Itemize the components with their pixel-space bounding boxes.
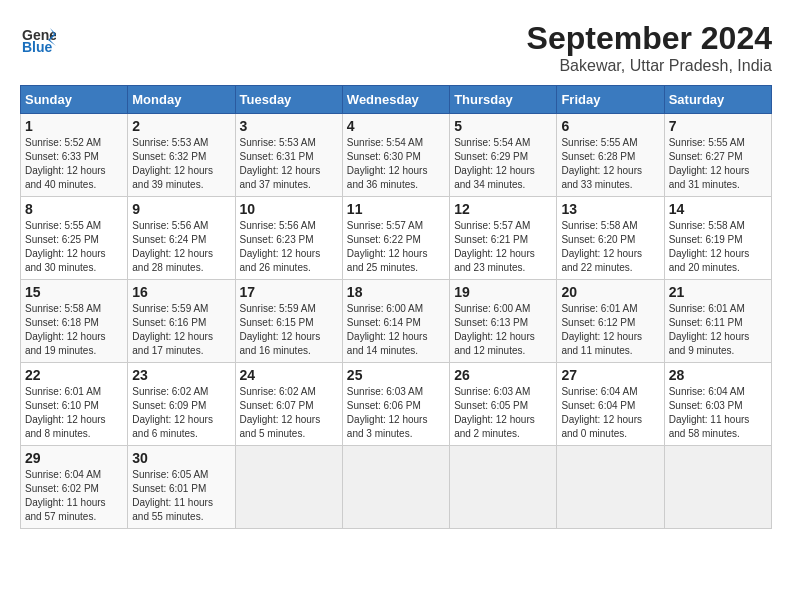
calendar-cell: 9 Sunrise: 5:56 AM Sunset: 6:24 PM Dayli… [128,197,235,280]
day-info: Sunrise: 5:55 AM Sunset: 6:28 PM Dayligh… [561,136,659,192]
calendar-cell: 15 Sunrise: 5:58 AM Sunset: 6:18 PM Dayl… [21,280,128,363]
day-number: 9 [132,201,230,217]
day-number: 16 [132,284,230,300]
calendar-week-row: 8 Sunrise: 5:55 AM Sunset: 6:25 PM Dayli… [21,197,772,280]
calendar-cell: 5 Sunrise: 5:54 AM Sunset: 6:29 PM Dayli… [450,114,557,197]
day-info: Sunrise: 5:54 AM Sunset: 6:30 PM Dayligh… [347,136,445,192]
svg-text:Blue: Blue [22,39,53,55]
calendar-cell [235,446,342,529]
calendar-cell: 13 Sunrise: 5:58 AM Sunset: 6:20 PM Dayl… [557,197,664,280]
calendar-cell: 12 Sunrise: 5:57 AM Sunset: 6:21 PM Dayl… [450,197,557,280]
calendar-cell: 3 Sunrise: 5:53 AM Sunset: 6:31 PM Dayli… [235,114,342,197]
day-number: 4 [347,118,445,134]
calendar-cell: 10 Sunrise: 5:56 AM Sunset: 6:23 PM Dayl… [235,197,342,280]
page-title: September 2024 [527,20,772,57]
day-info: Sunrise: 6:02 AM Sunset: 6:09 PM Dayligh… [132,385,230,441]
title-block: September 2024 Bakewar, Uttar Pradesh, I… [527,20,772,75]
day-number: 22 [25,367,123,383]
calendar-cell: 23 Sunrise: 6:02 AM Sunset: 6:09 PM Dayl… [128,363,235,446]
header-monday: Monday [128,86,235,114]
calendar-cell: 21 Sunrise: 6:01 AM Sunset: 6:11 PM Dayl… [664,280,771,363]
day-info: Sunrise: 5:58 AM Sunset: 6:18 PM Dayligh… [25,302,123,358]
day-info: Sunrise: 6:01 AM Sunset: 6:10 PM Dayligh… [25,385,123,441]
day-info: Sunrise: 5:56 AM Sunset: 6:23 PM Dayligh… [240,219,338,275]
calendar-cell: 22 Sunrise: 6:01 AM Sunset: 6:10 PM Dayl… [21,363,128,446]
calendar-cell: 1 Sunrise: 5:52 AM Sunset: 6:33 PM Dayli… [21,114,128,197]
page-subtitle: Bakewar, Uttar Pradesh, India [527,57,772,75]
day-number: 10 [240,201,338,217]
day-number: 17 [240,284,338,300]
header-friday: Friday [557,86,664,114]
calendar-week-row: 22 Sunrise: 6:01 AM Sunset: 6:10 PM Dayl… [21,363,772,446]
day-info: Sunrise: 5:55 AM Sunset: 6:27 PM Dayligh… [669,136,767,192]
calendar-week-row: 15 Sunrise: 5:58 AM Sunset: 6:18 PM Dayl… [21,280,772,363]
day-info: Sunrise: 5:56 AM Sunset: 6:24 PM Dayligh… [132,219,230,275]
day-number: 11 [347,201,445,217]
header-tuesday: Tuesday [235,86,342,114]
day-number: 3 [240,118,338,134]
day-number: 13 [561,201,659,217]
calendar-cell [557,446,664,529]
day-number: 8 [25,201,123,217]
calendar-cell: 16 Sunrise: 5:59 AM Sunset: 6:16 PM Dayl… [128,280,235,363]
day-info: Sunrise: 5:58 AM Sunset: 6:20 PM Dayligh… [561,219,659,275]
day-number: 20 [561,284,659,300]
day-number: 28 [669,367,767,383]
day-info: Sunrise: 6:04 AM Sunset: 6:04 PM Dayligh… [561,385,659,441]
day-number: 7 [669,118,767,134]
calendar-cell: 17 Sunrise: 5:59 AM Sunset: 6:15 PM Dayl… [235,280,342,363]
header-wednesday: Wednesday [342,86,449,114]
day-number: 21 [669,284,767,300]
calendar-cell: 6 Sunrise: 5:55 AM Sunset: 6:28 PM Dayli… [557,114,664,197]
day-info: Sunrise: 6:04 AM Sunset: 6:02 PM Dayligh… [25,468,123,524]
day-info: Sunrise: 5:57 AM Sunset: 6:22 PM Dayligh… [347,219,445,275]
calendar-cell: 25 Sunrise: 6:03 AM Sunset: 6:06 PM Dayl… [342,363,449,446]
day-info: Sunrise: 6:03 AM Sunset: 6:05 PM Dayligh… [454,385,552,441]
day-info: Sunrise: 5:58 AM Sunset: 6:19 PM Dayligh… [669,219,767,275]
calendar-cell: 20 Sunrise: 6:01 AM Sunset: 6:12 PM Dayl… [557,280,664,363]
calendar-cell: 7 Sunrise: 5:55 AM Sunset: 6:27 PM Dayli… [664,114,771,197]
calendar-cell: 29 Sunrise: 6:04 AM Sunset: 6:02 PM Dayl… [21,446,128,529]
day-info: Sunrise: 5:53 AM Sunset: 6:32 PM Dayligh… [132,136,230,192]
day-info: Sunrise: 5:59 AM Sunset: 6:15 PM Dayligh… [240,302,338,358]
day-info: Sunrise: 5:52 AM Sunset: 6:33 PM Dayligh… [25,136,123,192]
day-info: Sunrise: 5:57 AM Sunset: 6:21 PM Dayligh… [454,219,552,275]
weekday-header-row: Sunday Monday Tuesday Wednesday Thursday… [21,86,772,114]
day-info: Sunrise: 6:02 AM Sunset: 6:07 PM Dayligh… [240,385,338,441]
day-number: 27 [561,367,659,383]
calendar-body: 1 Sunrise: 5:52 AM Sunset: 6:33 PM Dayli… [21,114,772,529]
calendar-cell: 28 Sunrise: 6:04 AM Sunset: 6:03 PM Dayl… [664,363,771,446]
day-number: 24 [240,367,338,383]
calendar-cell: 27 Sunrise: 6:04 AM Sunset: 6:04 PM Dayl… [557,363,664,446]
header-saturday: Saturday [664,86,771,114]
page-header: General Blue September 2024 Bakewar, Utt… [20,20,772,75]
day-info: Sunrise: 6:01 AM Sunset: 6:11 PM Dayligh… [669,302,767,358]
calendar-table: Sunday Monday Tuesday Wednesday Thursday… [20,85,772,529]
day-info: Sunrise: 5:53 AM Sunset: 6:31 PM Dayligh… [240,136,338,192]
calendar-cell: 30 Sunrise: 6:05 AM Sunset: 6:01 PM Dayl… [128,446,235,529]
day-info: Sunrise: 6:04 AM Sunset: 6:03 PM Dayligh… [669,385,767,441]
day-number: 18 [347,284,445,300]
day-number: 19 [454,284,552,300]
calendar-cell: 14 Sunrise: 5:58 AM Sunset: 6:19 PM Dayl… [664,197,771,280]
day-number: 23 [132,367,230,383]
day-info: Sunrise: 6:05 AM Sunset: 6:01 PM Dayligh… [132,468,230,524]
day-info: Sunrise: 5:54 AM Sunset: 6:29 PM Dayligh… [454,136,552,192]
logo-icon: General Blue [20,20,56,56]
day-number: 30 [132,450,230,466]
calendar-cell: 19 Sunrise: 6:00 AM Sunset: 6:13 PM Dayl… [450,280,557,363]
day-info: Sunrise: 6:00 AM Sunset: 6:14 PM Dayligh… [347,302,445,358]
calendar-cell: 11 Sunrise: 5:57 AM Sunset: 6:22 PM Dayl… [342,197,449,280]
day-info: Sunrise: 5:55 AM Sunset: 6:25 PM Dayligh… [25,219,123,275]
calendar-week-row: 29 Sunrise: 6:04 AM Sunset: 6:02 PM Dayl… [21,446,772,529]
day-number: 15 [25,284,123,300]
day-number: 5 [454,118,552,134]
calendar-cell: 8 Sunrise: 5:55 AM Sunset: 6:25 PM Dayli… [21,197,128,280]
calendar-cell [664,446,771,529]
day-info: Sunrise: 6:01 AM Sunset: 6:12 PM Dayligh… [561,302,659,358]
calendar-cell [342,446,449,529]
logo: General Blue [20,20,60,56]
day-number: 14 [669,201,767,217]
day-number: 1 [25,118,123,134]
calendar-cell: 2 Sunrise: 5:53 AM Sunset: 6:32 PM Dayli… [128,114,235,197]
